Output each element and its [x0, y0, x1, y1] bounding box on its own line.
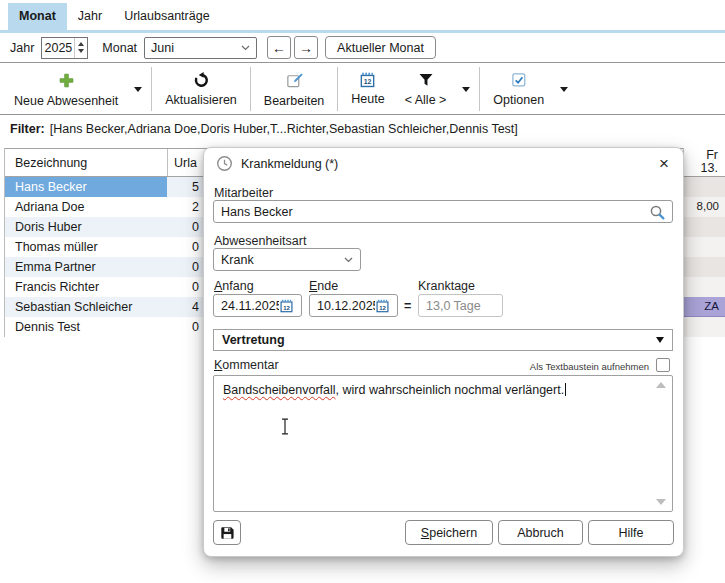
vertretung-label: Vertretung	[222, 333, 285, 347]
abwesenheitsart-label: Abwesenheitsart	[214, 234, 306, 248]
calendar-icon[interactable]: 12	[375, 299, 390, 313]
filter-bar: Filter: [Hans Becker,Adriana Doe,Doris H…	[0, 116, 725, 142]
scrollbar-up-icon[interactable]	[656, 382, 666, 388]
abwesenheitsart-select[interactable]: Krank	[213, 248, 361, 271]
day-cell[interactable]	[684, 317, 725, 337]
calendar-day-number: 12	[364, 78, 372, 85]
options-dropdown[interactable]	[554, 64, 574, 114]
options-label: Optionen	[493, 93, 544, 107]
edit-button[interactable]: Bearbeiten	[254, 64, 334, 114]
year-label: Jahr	[10, 41, 34, 55]
day-cell-absence-za[interactable]: ZA	[684, 297, 725, 317]
day-cell[interactable]	[684, 257, 725, 277]
options-checkbox-icon	[510, 71, 528, 89]
tab-monat[interactable]: Monat	[8, 3, 67, 30]
day-column-header[interactable]: Fr 13.	[684, 148, 725, 177]
previous-month-button[interactable]: ←	[267, 36, 291, 59]
expand-caret-icon[interactable]	[656, 337, 664, 343]
kommentar-textarea[interactable]: Bandscheibenvorfall, wird wahrscheinlich…	[213, 375, 673, 512]
clock-icon	[216, 155, 233, 172]
month-select[interactable]: Juni	[144, 37, 257, 59]
options-button[interactable]: Optionen	[483, 64, 554, 114]
today-label: Heute	[351, 92, 384, 106]
vertretung-section-header[interactable]: Vertretung	[213, 329, 673, 351]
anfang-date-value[interactable]: 24.11.2025	[221, 299, 279, 313]
tab-bar: Monat Jahr Urlaubsanträge	[0, 0, 725, 30]
quick-save-button[interactable]	[213, 520, 241, 545]
tab-jahr[interactable]: Jahr	[67, 3, 113, 30]
filter-button[interactable]: < Alle >	[395, 64, 457, 114]
search-icon[interactable]	[649, 204, 665, 220]
main-toolbar: Neue Abwesenheit Aktualisieren Bearbeite…	[0, 64, 725, 115]
mitarbeiter-input[interactable]: Hans Becker	[213, 200, 673, 223]
row-name[interactable]: Hans Becker	[5, 177, 167, 197]
edit-icon	[285, 71, 304, 90]
day-cell[interactable]	[684, 177, 725, 197]
new-absence-button[interactable]: Neue Abwesenheit	[4, 64, 128, 114]
calendar-icon[interactable]: 12	[279, 299, 294, 313]
filter-dropdown[interactable]	[456, 64, 476, 114]
day-cell[interactable]: 8,00	[684, 197, 725, 217]
anfang-label: Anfang	[214, 279, 254, 293]
month-label: Monat	[102, 41, 137, 55]
anfang-date-input[interactable]: 24.11.2025 12	[213, 294, 302, 317]
equals-sign: =	[404, 299, 411, 313]
column-header-urlaub[interactable]: Urla	[167, 149, 204, 176]
table-row[interactable]: Sebastian Schleicher 4	[5, 297, 204, 317]
scrollbar-down-icon[interactable]	[656, 499, 666, 505]
today-button[interactable]: 12 Heute	[341, 64, 394, 114]
table-row[interactable]: Emma Partner 0	[5, 257, 204, 277]
comment-text: , wird wahrscheinlich nochmal verlängert…	[336, 383, 565, 397]
row-urlaub-value: 4	[167, 300, 204, 314]
table-row[interactable]: Thomas müller 0	[5, 237, 204, 257]
calendar-day-number: 12	[283, 304, 290, 310]
column-header-bezeichnung[interactable]: Bezeichnung	[5, 156, 167, 170]
spinner-up-icon[interactable]	[78, 42, 84, 46]
mitarbeiter-value[interactable]: Hans Becker	[221, 205, 649, 219]
table-row[interactable]: Hans Becker 5	[5, 177, 204, 197]
table-header[interactable]: Bezeichnung Urla	[5, 148, 204, 177]
table-row[interactable]: Francis Richter 0	[5, 277, 204, 297]
new-absence-dropdown[interactable]	[128, 64, 148, 114]
day-cell[interactable]	[684, 277, 725, 297]
month-navigation-bar: Jahr 2025 Monat Juni ← → Aktueller Monat	[0, 33, 725, 63]
help-button[interactable]: Hilfe	[588, 520, 674, 545]
row-name[interactable]: Sebastian Schleicher	[5, 297, 167, 317]
day-cell[interactable]	[684, 237, 725, 257]
table-row[interactable]: Adriana Doe 2	[5, 197, 204, 217]
table-row[interactable]: Doris Huber 0	[5, 217, 204, 237]
dropdown-caret-icon	[560, 87, 568, 92]
cancel-button[interactable]: Abbruch	[498, 520, 583, 545]
year-spinner[interactable]: 2025	[41, 37, 88, 59]
row-name[interactable]: Emma Partner	[5, 257, 167, 277]
row-name[interactable]: Adriana Doe	[5, 197, 167, 217]
refresh-icon	[192, 71, 210, 89]
current-month-button[interactable]: Aktueller Monat	[325, 36, 436, 59]
dialog-title-bar[interactable]: Krankmeldung (*) ×	[204, 148, 683, 179]
refresh-button[interactable]: Aktualisieren	[155, 64, 247, 114]
row-name[interactable]: Dennis Test	[5, 317, 167, 337]
ende-date-value[interactable]: 10.12.2025	[317, 299, 375, 313]
row-name[interactable]: Thomas müller	[5, 237, 167, 257]
textbaustein-checkbox[interactable]	[656, 358, 670, 372]
row-urlaub-value: 0	[167, 240, 204, 254]
floppy-disk-icon	[219, 525, 235, 541]
spinner-down-icon[interactable]	[78, 49, 84, 53]
kommentar-label: Kommentar	[214, 358, 279, 372]
chevron-down-icon	[241, 45, 250, 51]
save-button[interactable]: Speichern	[405, 520, 493, 545]
row-name[interactable]: Doris Huber	[5, 217, 167, 237]
table-row[interactable]: Dennis Test 0	[5, 317, 204, 337]
day-cell[interactable]	[684, 217, 725, 237]
row-name[interactable]: Francis Richter	[5, 277, 167, 297]
edit-label: Bearbeiten	[264, 94, 324, 108]
next-month-button[interactable]: →	[294, 36, 318, 59]
tab-urlaubsantraege[interactable]: Urlaubsanträge	[113, 3, 220, 30]
year-value[interactable]: 2025	[42, 38, 74, 58]
year-spinner-arrows[interactable]	[74, 38, 87, 58]
filter-bar-label: Filter:	[10, 122, 45, 136]
row-urlaub-value: 5	[167, 180, 204, 194]
close-icon[interactable]: ×	[657, 155, 671, 172]
save-accelerator: S	[421, 526, 429, 540]
ende-date-input[interactable]: 10.12.2025 12	[309, 294, 398, 317]
